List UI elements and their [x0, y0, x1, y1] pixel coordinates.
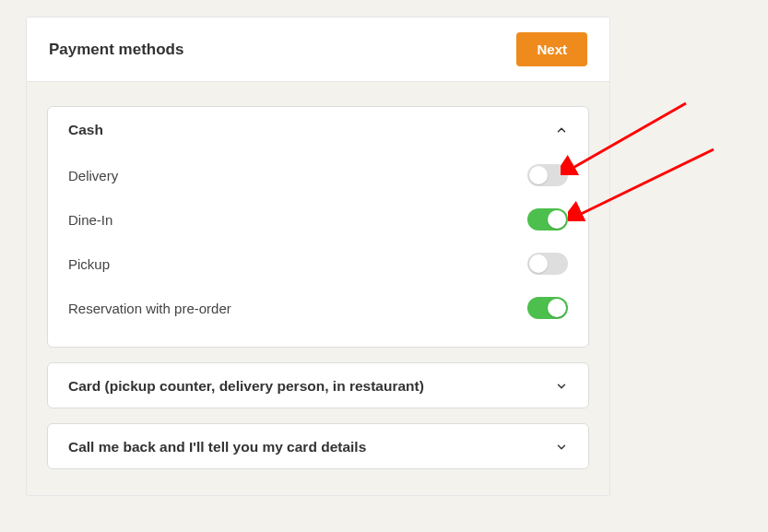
chevron-down-icon	[553, 378, 570, 395]
page-title: Payment methods	[49, 41, 183, 59]
toggle-row-reservation: Reservation with pre-order	[68, 286, 568, 330]
toggle-row-delivery: Delivery	[68, 153, 568, 197]
accordion-header-card[interactable]: Card (pickup counter, delivery person, i…	[48, 363, 588, 408]
toggle-label: Dine-In	[68, 212, 112, 228]
toggle-reservation[interactable]	[527, 297, 568, 319]
toggle-label: Pickup	[68, 256, 110, 272]
toggle-dine-in[interactable]	[527, 208, 568, 231]
accordion-title: Cash	[68, 122, 103, 138]
payment-methods-card: Payment methods Next Cash Delivery Dine-…	[26, 17, 610, 496]
accordion-header-cash[interactable]: Cash	[48, 107, 588, 151]
toggle-label: Delivery	[68, 168, 118, 183]
card-header: Payment methods Next	[27, 18, 609, 82]
accordion-header-call-back[interactable]: Call me back and I'll tell you my card d…	[48, 424, 588, 468]
accordion-title: Card (pickup counter, delivery person, i…	[68, 378, 424, 395]
toggle-knob	[529, 254, 548, 273]
toggle-row-dine-in: Dine-In	[68, 197, 568, 242]
next-button[interactable]: Next	[516, 32, 587, 66]
chevron-up-icon	[553, 122, 570, 138]
toggle-knob	[529, 166, 548, 184]
accordion-content: Delivery Dine-In Pickup Reservation with…	[48, 151, 588, 347]
accordion-cash: Cash Delivery Dine-In Pickup	[47, 106, 589, 348]
toggle-knob	[548, 210, 566, 229]
accordion-card: Card (pickup counter, delivery person, i…	[47, 362, 589, 408]
accordion-call-back: Call me back and I'll tell you my card d…	[47, 423, 589, 469]
toggle-row-pickup: Pickup	[68, 242, 568, 286]
chevron-down-icon	[553, 439, 570, 455]
toggle-knob	[548, 299, 566, 317]
accordion-title: Call me back and I'll tell you my card d…	[68, 439, 366, 455]
toggle-label: Reservation with pre-order	[68, 301, 231, 316]
card-body: Cash Delivery Dine-In Pickup	[27, 82, 609, 495]
toggle-pickup[interactable]	[527, 253, 568, 275]
toggle-delivery[interactable]	[527, 164, 568, 186]
